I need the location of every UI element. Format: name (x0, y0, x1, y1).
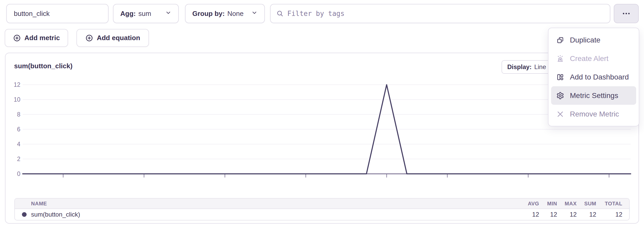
chevron-down-icon (251, 10, 258, 18)
chart-canvas (5, 81, 640, 180)
summary-table: NAME AVG MIN MAX SUM TOTAL sum(button_cl… (14, 198, 630, 220)
menu-item-remove-metric: Remove Metric (551, 105, 636, 123)
cell-min: 12 (539, 211, 557, 218)
y-axis-label: 12 (5, 81, 20, 88)
more-options-button[interactable] (614, 4, 639, 23)
y-axis-label: 2 (5, 155, 20, 163)
search-icon (276, 10, 284, 17)
add-metric-button[interactable]: Add metric (5, 29, 68, 47)
y-axis-label: 4 (5, 140, 20, 148)
alert-icon (556, 55, 564, 63)
header-name: NAME (15, 201, 516, 207)
menu-item-add-to-dashboard[interactable]: Add to Dashboard (551, 68, 636, 86)
x-icon (556, 110, 564, 118)
menu-item-metric-settings[interactable]: Metric Settings (551, 86, 636, 105)
add-metric-label: Add metric (25, 34, 60, 42)
display-value: Line (534, 63, 546, 71)
series-name: sum(button_click) (31, 211, 80, 218)
cell-total: 12 (596, 211, 622, 218)
y-axis-label: 8 (5, 111, 20, 118)
metric-name-input[interactable] (7, 4, 108, 23)
dashboard-icon (556, 73, 564, 81)
tag-filter-field[interactable] (270, 4, 610, 23)
ellipsis-icon (621, 9, 631, 19)
group-by-dropdown[interactable]: Group by: None (185, 4, 265, 23)
cell-sum: 12 (577, 211, 596, 218)
display-label: Display: (507, 63, 532, 71)
cell-avg: 12 (516, 211, 539, 218)
table-row[interactable]: sum(button_click) 12 12 12 12 12 (15, 209, 629, 220)
header-total: TOTAL (596, 201, 622, 207)
menu-item-label: Metric Settings (570, 91, 618, 100)
add-equation-button[interactable]: Add equation (76, 29, 149, 47)
metric-name-field[interactable] (6, 4, 109, 23)
aggregation-label: Agg: (120, 10, 136, 18)
group-by-value: None (227, 10, 243, 18)
plus-circle-icon (13, 34, 21, 42)
aggregation-value: sum (138, 10, 151, 18)
header-max: MAX (557, 201, 577, 207)
tag-filter-input[interactable] (287, 4, 604, 23)
chart-title: sum(button_click) (14, 62, 73, 70)
y-axis-label: 10 (5, 96, 20, 103)
header-avg: AVG (516, 201, 539, 207)
menu-item-label: Create Alert (570, 54, 609, 63)
line-chart: 121086420May 12 10:00 PMMay 16 10:00 PMM… (5, 81, 640, 190)
chart-panel: sum(button_click) Display: Line 12108642… (5, 53, 639, 224)
menu-item-create-alert: Create Alert (551, 49, 636, 68)
menu-item-label: Duplicate (570, 36, 600, 44)
duplicate-icon (556, 36, 564, 44)
chevron-down-icon (165, 10, 171, 18)
menu-item-label: Add to Dashboard (570, 73, 629, 81)
aggregation-dropdown[interactable]: Agg: sum (113, 4, 179, 23)
context-menu: Duplicate Create Alert Add to Dashboard … (548, 28, 639, 126)
summary-table-header: NAME AVG MIN MAX SUM TOTAL (15, 199, 629, 209)
y-axis-label: 6 (5, 126, 20, 133)
cell-max: 12 (557, 211, 577, 218)
menu-item-duplicate[interactable]: Duplicate (551, 31, 636, 49)
header-sum: SUM (577, 201, 596, 207)
series-color-dot (22, 212, 27, 217)
header-min: MIN (539, 201, 557, 207)
group-by-label: Group by: (192, 10, 225, 18)
menu-item-label: Remove Metric (570, 110, 619, 118)
plus-circle-icon (85, 34, 93, 42)
add-equation-label: Add equation (97, 34, 140, 42)
gear-icon (556, 92, 564, 100)
y-axis-label: 0 (5, 170, 20, 177)
